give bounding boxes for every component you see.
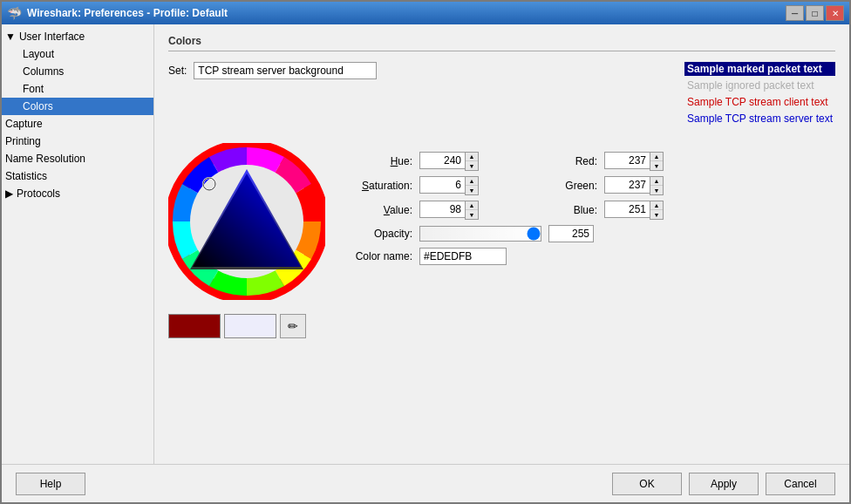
sidebar-item-label: Colors [23,100,53,112]
sample-ignored-text: Sample ignored packet text [684,78,835,92]
green-spinbox: ▲ ▼ [604,176,664,195]
sidebar-item-label: Protocols [17,187,60,200]
hue-input[interactable] [419,152,465,169]
saturation-up-button[interactable]: ▲ [466,177,478,186]
colorname-input[interactable] [419,248,507,265]
sidebar-item-label: Columns [23,65,64,78]
color-wheel-svg [168,143,325,300]
sidebar-item-name-resolution[interactable]: Name Resolution [2,150,153,167]
color-section: ✏ Hue: ▲ ▼ [168,143,835,338]
sidebar-item-printing[interactable]: Printing [2,133,153,150]
bottom-bar: Help OK Apply Cancel [2,464,849,502]
green-up-button[interactable]: ▲ [650,177,663,186]
sidebar-item-protocols[interactable]: ▶ Protocols [2,185,153,202]
apply-button[interactable]: Apply [689,473,759,495]
eyedropper-icon: ✏ [288,319,298,333]
hue-down-button[interactable]: ▼ [466,161,478,170]
saturation-input[interactable] [419,176,465,194]
opacity-input[interactable] [548,225,594,242]
hue-spinbox: ▲ ▼ [419,152,479,171]
blue-spinbox: ▲ ▼ [604,201,664,220]
app-icon: 🦈 [7,6,22,20]
opacity-row: Opacity: [343,225,664,242]
sidebar-item-font[interactable]: Font [2,80,153,98]
eyedropper-button[interactable]: ✏ [280,314,306,338]
close-button[interactable]: ✕ [826,5,844,21]
panel-title: Colors [168,35,835,51]
title-bar-left: 🦈 Wireshark: Preferences - Profile: Defa… [7,6,228,20]
green-label: Green: [528,180,597,192]
cancel-button[interactable]: Cancel [766,473,835,495]
title-bar: 🦈 Wireshark: Preferences - Profile: Defa… [2,2,849,24]
sidebar-item-user-interface[interactable]: ▼ User Interface [2,28,153,45]
color-wheel[interactable] [168,143,325,300]
help-button[interactable]: Help [16,473,85,495]
sidebar-item-layout[interactable]: Layout [2,45,153,63]
sample-tcp-client-text: Sample TCP stream client text [684,95,835,109]
sidebar-item-colors[interactable]: Colors [2,98,153,115]
set-row: Set: TCP stream server background TCP st… [168,62,377,79]
sidebar-item-label: Printing [5,135,41,147]
value-spin-buttons: ▲ ▼ [465,201,479,220]
green-input[interactable] [604,176,650,194]
green-down-button[interactable]: ▼ [650,186,663,194]
sidebar-item-columns[interactable]: Columns [2,63,153,80]
main-window: 🦈 Wireshark: Preferences - Profile: Defa… [0,0,851,504]
saturation-spinbox: ▲ ▼ [419,176,479,195]
sidebar-item-label: Capture [5,118,43,130]
hue-spin-buttons: ▲ ▼ [465,152,479,171]
sidebar-item-label: Statistics [5,170,47,182]
sidebar-item-label: Name Resolution [5,153,85,165]
controls-panel: Hue: ▲ ▼ Red: [343,143,664,265]
expand-icon: ▶ [5,187,13,200]
blue-input[interactable] [604,201,650,218]
bottom-right-buttons: OK Apply Cancel [612,473,835,495]
content-area: ▼ User Interface Layout Columns Font Col… [2,24,849,464]
maximize-button[interactable]: □ [806,5,824,21]
top-section: Set: TCP stream server background TCP st… [168,62,835,134]
colorname-row: Color name: [343,248,664,265]
red-spin-buttons: ▲ ▼ [650,152,664,171]
saturation-down-button[interactable]: ▼ [466,186,478,194]
green-spin-buttons: ▲ ▼ [650,176,664,195]
value-spinbox: ▲ ▼ [419,201,479,220]
value-label: Value: [343,204,412,216]
saturation-spin-buttons: ▲ ▼ [465,176,479,195]
hue-label: Hue: [343,155,412,167]
set-dropdown-wrapper: TCP stream server background TCP stream … [194,62,377,79]
value-down-button[interactable]: ▼ [466,210,478,219]
value-input[interactable] [419,201,465,218]
new-color-swatch[interactable] [224,314,276,338]
saturation-label: Saturation: [343,180,412,192]
red-input[interactable] [604,152,650,169]
value-up-button[interactable]: ▲ [466,201,478,210]
title-controls: ─ □ ✕ [786,5,844,21]
blue-label: Blue: [528,204,597,216]
minimize-button[interactable]: ─ [786,5,804,21]
set-label: Set: [168,65,187,77]
saturation-row: Saturation: ▲ ▼ Green: [343,176,664,195]
ok-button[interactable]: OK [612,473,682,495]
sidebar-item-statistics[interactable]: Statistics [2,167,153,185]
hue-up-button[interactable]: ▲ [466,153,478,161]
sidebar-item-capture[interactable]: Capture [2,115,153,133]
color-wheel-area: ✏ [168,143,325,338]
color-swatches: ✏ [168,314,306,338]
red-down-button[interactable]: ▼ [650,161,663,170]
old-color-swatch[interactable] [168,314,221,338]
set-dropdown[interactable]: TCP stream server background TCP stream … [194,62,377,79]
blue-spin-buttons: ▲ ▼ [650,201,664,220]
value-row: Value: ▲ ▼ Blue: [343,201,664,220]
opacity-label: Opacity: [343,228,412,240]
hue-row: Hue: ▲ ▼ Red: [343,152,664,171]
window-title: Wireshark: Preferences - Profile: Defaul… [27,7,228,19]
blue-up-button[interactable]: ▲ [650,201,663,210]
red-up-button[interactable]: ▲ [650,153,663,161]
blue-down-button[interactable]: ▼ [650,210,663,219]
opacity-slider[interactable] [419,226,541,242]
colorname-label: Color name: [343,250,412,262]
sidebar-item-label: Font [23,83,44,95]
sample-marked-text: Sample marked packet text [684,62,835,76]
main-panel: Colors Set: TCP stream server background… [154,24,849,464]
red-label: Red: [528,155,597,167]
